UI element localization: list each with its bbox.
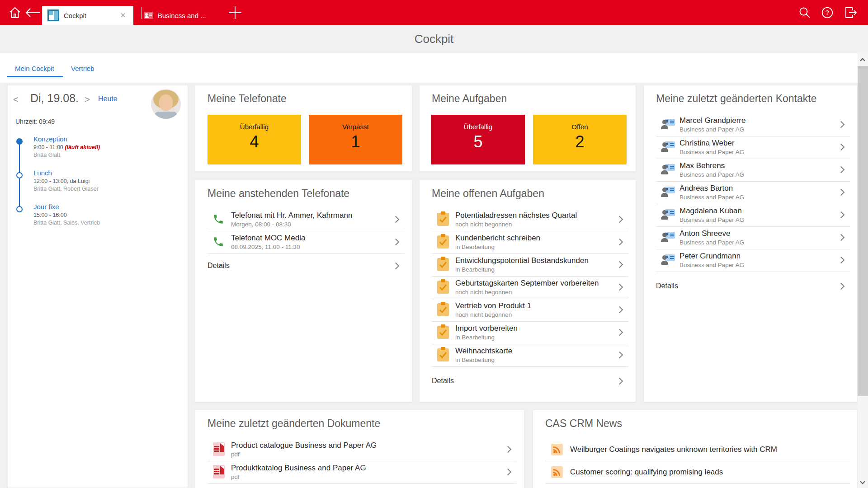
document-row[interactable]: Product catalogue Business and Paper AG …	[208, 438, 517, 461]
contact-row[interactable]: Andreas Barton Business and Paper AG	[656, 181, 850, 204]
task-title: Entwicklungspotential Bestandskunden	[455, 256, 589, 265]
appointment-title[interactable]: Jour fixe	[33, 203, 100, 211]
calls-overdue-tile[interactable]: Überfällig 4	[208, 115, 301, 164]
chevron-right-icon[interactable]	[392, 239, 400, 246]
upcoming-calls-panel: Meine anstehenden Telefonate Telefonat m…	[195, 180, 412, 402]
chevron-right-icon[interactable]	[392, 263, 400, 270]
contact-row[interactable]: Marcel Grandpierre Business and Paper AG	[656, 113, 850, 136]
task-row[interactable]: Geburtstagskarten September vorbereiten …	[432, 276, 628, 299]
call-row[interactable]: Telefonat mit Hr. Ammer, Kahrmann Morgen…	[208, 208, 405, 231]
call-row[interactable]: Telefonat MOC Media 08.09.2025, 11:00 - …	[208, 231, 405, 253]
close-tab-icon[interactable]: ✕	[117, 6, 129, 25]
user-avatar[interactable]	[151, 89, 181, 119]
chevron-right-icon[interactable]	[616, 216, 623, 223]
chevron-right-icon[interactable]	[838, 283, 845, 290]
prev-day-button[interactable]: <	[13, 94, 19, 105]
tab-vertrieb[interactable]: Vertrieb	[71, 65, 94, 72]
contact-card-icon	[661, 119, 675, 130]
tasks-overdue-tile[interactable]: Überfällig 5	[431, 115, 525, 164]
scrollbar-thumb[interactable]	[858, 66, 868, 396]
chevron-right-icon[interactable]	[616, 284, 623, 291]
task-status: noch nicht begonnen	[455, 221, 577, 228]
scroll-up-icon[interactable]	[860, 58, 865, 63]
news-row[interactable]: Customer scoring: qualifying promising l…	[545, 461, 850, 483]
help-icon: ?	[821, 6, 834, 19]
news-row[interactable]: Weilburger Coatings navigates unknown te…	[545, 438, 850, 461]
tab-business-and[interactable]: Business and ...	[144, 6, 216, 25]
today-link[interactable]: Heute	[98, 95, 118, 103]
details-label: Details	[656, 282, 678, 290]
help-button[interactable]: ?	[819, 0, 836, 25]
calls-missed-tile[interactable]: Verpasst 1	[309, 115, 402, 164]
back-button[interactable]	[24, 0, 42, 25]
task-row[interactable]: Kundenbericht schreiben in Bearbeitung	[432, 231, 628, 253]
document-row[interactable]: Produktkatalog Business and Paper AG pdf	[208, 461, 517, 483]
contact-row[interactable]: Anton Shreeve Business and Paper AG	[656, 226, 850, 249]
scroll-down-icon[interactable]	[860, 479, 865, 484]
chevron-right-icon[interactable]	[616, 378, 623, 385]
task-row[interactable]: Potentialadressen nächstes Quartal noch …	[432, 208, 628, 231]
call-title: Telefonat mit Hr. Ammer, Kahrmann	[231, 211, 352, 220]
vertical-scrollbar[interactable]	[858, 53, 868, 488]
appointment-item[interactable]: Jour fixe 15:00 - 16:00 Britta Glatt, Sa…	[33, 203, 100, 226]
appointment-running-note: (läuft aktuell)	[65, 144, 100, 150]
open-tasks-details-link[interactable]: Details	[432, 372, 628, 392]
back-arrow-icon	[24, 7, 41, 18]
appointment-item[interactable]: Konzeption 9:00 - 11:00 (läuft aktuell) …	[33, 135, 100, 158]
appointment-title[interactable]: Konzeption	[33, 135, 100, 143]
calls-summary-panel: Meine Telefonate Überfällig 4 Verpasst 1	[195, 85, 412, 172]
chevron-right-icon[interactable]	[616, 261, 623, 268]
home-button[interactable]	[6, 0, 24, 25]
open-tasks-panel: Meine offenen Aufgaben Potentialadressen…	[419, 180, 636, 402]
chevron-right-icon[interactable]	[505, 469, 512, 476]
news-panel: CAS CRM News Weilburger Coatings navigat…	[533, 410, 858, 488]
chevron-right-icon[interactable]	[838, 144, 845, 151]
tasks-open-tile[interactable]: Offen 2	[533, 115, 627, 164]
current-time-label: Uhrzeit: 09:49	[15, 118, 55, 125]
chevron-right-icon[interactable]	[505, 446, 512, 453]
chevron-right-icon[interactable]	[616, 329, 623, 336]
contact-row[interactable]: Christina Weber Business and Paper AG	[656, 136, 850, 159]
next-day-button[interactable]: >	[85, 94, 90, 105]
contact-card-icon	[661, 254, 675, 265]
chevron-right-icon[interactable]	[616, 352, 623, 359]
tab-cockpit[interactable]: Cockpit ✕	[42, 6, 133, 25]
chevron-right-icon[interactable]	[838, 257, 845, 264]
contact-row[interactable]: Max Behrens Business and Paper AG	[656, 159, 850, 181]
task-status: in Bearbeitung	[455, 334, 518, 341]
task-row[interactable]: Import vorbereiten in Bearbeitung	[432, 321, 628, 344]
task-row[interactable]: Weihnachtskarte in Bearbeitung	[432, 344, 628, 366]
task-row[interactable]: Vertrieb von Produkt 1 noch nicht begonn…	[432, 299, 628, 321]
cockpit-dashboard-icon	[47, 9, 59, 21]
chevron-right-icon[interactable]	[616, 306, 623, 314]
logout-button[interactable]	[842, 0, 860, 25]
tab-mein-cockpit[interactable]: Mein Cockpit	[15, 65, 54, 72]
chevron-right-icon[interactable]	[616, 239, 623, 246]
new-tab-button[interactable]	[227, 0, 243, 25]
appointment-item[interactable]: Lunch 12:00 - 13:00, da Luigi Britta Gla…	[33, 169, 99, 192]
chevron-right-icon[interactable]	[838, 121, 845, 128]
call-time: 08.09.2025, 11:00 - 11:30	[231, 244, 305, 250]
chevron-right-icon[interactable]	[838, 234, 845, 241]
contact-card-icon	[661, 209, 675, 220]
task-row[interactable]: Entwicklungspotential Bestandskunden in …	[432, 253, 628, 276]
contact-card-icon	[661, 187, 675, 197]
tasks-summary-panel: Meine Aufgaben Überfällig 5 Offen 2	[419, 85, 636, 172]
page-title: Cockpit	[415, 32, 454, 46]
search-button[interactable]	[796, 0, 813, 25]
tile-value: 4	[208, 132, 301, 151]
appointment-title[interactable]: Lunch	[33, 169, 99, 177]
contact-row[interactable]: Peter Grundmann Business and Paper AG	[656, 249, 850, 272]
contact-row[interactable]: Magdalena Kuban Business and Paper AG	[656, 204, 850, 226]
appointment-participants: Britta Glatt, Robert Glaser	[33, 186, 99, 192]
documents-title: Meine zuletzt geänderten Dokumente	[208, 418, 380, 430]
chevron-right-icon[interactable]	[838, 166, 845, 174]
chevron-right-icon[interactable]	[838, 211, 845, 219]
tile-label: Überfällig	[208, 123, 301, 131]
upcoming-calls-details-link[interactable]: Details	[208, 257, 405, 277]
contacts-details-link[interactable]: Details	[656, 277, 850, 297]
tile-value: 5	[431, 132, 525, 151]
contact-name: Max Behrens	[679, 161, 744, 170]
chevron-right-icon[interactable]	[392, 216, 400, 223]
chevron-right-icon[interactable]	[838, 189, 845, 196]
